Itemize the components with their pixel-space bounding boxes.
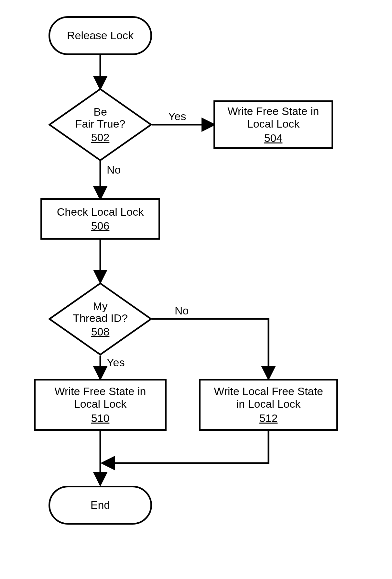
process-512-ref: 512 (259, 412, 278, 425)
decision-508-line2: Thread ID? (73, 312, 128, 324)
process-506-ref: 506 (91, 220, 110, 232)
edge-label-d1-no: No (107, 164, 121, 176)
end-label: End (91, 499, 110, 511)
process-506-label: Check Local Lock (57, 206, 144, 218)
process-write-free-state-504: Write Free State in Local Lock 504 (213, 100, 333, 149)
decision-502-ref: 502 (91, 131, 110, 143)
process-write-local-free-state-512: Write Local Free State in Local Lock 512 (199, 379, 338, 431)
decision-508-line1: My (93, 300, 107, 312)
decision-502-line2: Fair True? (75, 118, 125, 130)
process-write-free-state-510: Write Free State in Local Lock 510 (34, 379, 167, 431)
process-510-label: Write Free State in Local Lock (55, 385, 146, 410)
start-label: Release Lock (67, 29, 134, 42)
terminator-end: End (49, 486, 152, 525)
process-504-label: Write Free State in Local Lock (228, 105, 319, 130)
edge-label-d2-yes: Yes (107, 356, 125, 369)
process-510-ref: 510 (91, 412, 110, 425)
process-504-ref: 504 (264, 132, 283, 144)
flowchart: Release Lock Be Fair True? 502 Write Fre… (0, 0, 392, 579)
process-512-label: Write Local Free State in Local Lock (214, 385, 323, 410)
decision-502-line1: Be (93, 106, 107, 118)
edge-label-d1-yes: Yes (168, 110, 186, 123)
terminator-start: Release Lock (49, 16, 152, 55)
decision-be-fair-true: Be Fair True? 502 (49, 88, 152, 161)
process-check-local-lock: Check Local Lock 506 (40, 198, 160, 240)
decision-my-thread-id: My Thread ID? 508 (49, 282, 152, 356)
decision-508-ref: 508 (91, 326, 110, 338)
edge-label-d2-no: No (175, 304, 189, 317)
